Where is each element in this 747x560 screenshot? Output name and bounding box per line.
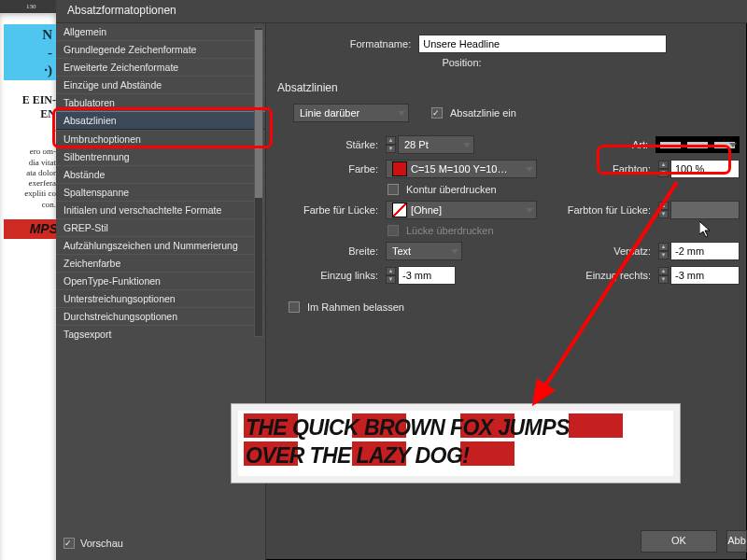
sidebar-item-umbruchoptionen[interactable]: Umbruchoptionen — [56, 130, 265, 147]
position-label: Position: — [442, 57, 481, 68]
document-frame: N - ·) E EIN- EN . ero om- dia vitat ata… — [0, 13, 56, 560]
formatname-input[interactable] — [418, 35, 667, 53]
cancel-button[interactable]: Abb — [726, 530, 747, 553]
offset-input[interactable]: ▲▼ — [658, 242, 740, 260]
gap-tint-input[interactable]: ▲▼ — [658, 201, 740, 219]
indent-right-label: Einzug rechts: — [585, 270, 651, 281]
sidebar-item-aufz-hlungszeichen-und-nummerierung[interactable]: Aufzählungszeichen und Nummerierung — [56, 236, 265, 254]
sidebar-item-absatzlinien[interactable]: Absatzlinien — [56, 111, 265, 130]
sidebar-item-durchstreichungsoptionen[interactable]: Durchstreichungsoptionen — [56, 307, 265, 325]
indent-left-label: Einzug links: — [277, 270, 378, 281]
sidebar-item-tabulatoren[interactable]: Tabulatoren — [56, 93, 265, 111]
width-label: Breite: — [277, 245, 378, 257]
section-title: Absatzlinien — [277, 81, 740, 94]
category-scrollbar[interactable] — [254, 27, 263, 337]
sidebar-item-grundlegende-zeichenformate[interactable]: Grundlegende Zeichenformate — [56, 40, 265, 58]
art-label: Art: — [632, 139, 648, 150]
tint-label: Farbton: — [613, 163, 651, 175]
stroke-type-dropdown[interactable] — [655, 136, 740, 153]
sidebar-item-opentype-funktionen[interactable]: OpenType-Funktionen — [56, 272, 265, 289]
dialog-title: Absatzformatoptionen — [56, 0, 747, 23]
line-on-label: Absatzlinie ein — [450, 107, 516, 119]
dash-icon — [655, 136, 740, 153]
overprint-stroke-checkbox[interactable] — [388, 184, 399, 195]
sidebar-item-silbentrennung[interactable]: Silbentrennung — [56, 147, 265, 165]
strength-input[interactable]: ▲▼ 28 Pt — [386, 135, 474, 154]
color-dropdown[interactable]: C=15 M=100 Y=10… — [386, 160, 537, 178]
preview-label: Vorschau — [80, 538, 123, 549]
keep-in-frame-checkbox[interactable] — [289, 301, 300, 313]
tint-input[interactable]: ▲▼ — [658, 160, 740, 178]
sidebar-item-einz-ge-und-abst-nde[interactable]: Einzüge und Abstände — [56, 76, 265, 93]
sidebar-item-unterstreichungsoptionen[interactable]: Unterstreichungsoptionen — [56, 289, 265, 307]
sidebar-item-spaltenspanne[interactable]: Spaltenspanne — [56, 183, 265, 201]
preview-checkbox[interactable] — [63, 538, 75, 549]
formatname-label: Formatname: — [350, 38, 411, 49]
strength-label: Stärke: — [277, 139, 378, 150]
sidebar-item-erweiterte-zeichenformate[interactable]: Erweiterte Zeichenformate — [56, 58, 265, 76]
ok-button[interactable]: OK — [641, 530, 717, 553]
indent-right-input[interactable]: ▲▼ — [658, 266, 740, 285]
gap-tint-label: Farbton für Lücke: — [568, 204, 651, 216]
sidebar-item-zeichenfarbe[interactable]: Zeichenfarbe — [56, 254, 265, 272]
doc-body-text: ero om- dia vitat ata dolor exerfera exp… — [4, 147, 56, 210]
gap-color-label: Farbe für Lücke: — [277, 204, 378, 216]
doc-highlight: MPS — [4, 219, 56, 240]
line-on-checkbox[interactable] — [431, 107, 443, 119]
cmyk-swatch-icon — [392, 161, 407, 176]
indent-left-input[interactable]: ▲▼ — [386, 266, 456, 285]
overprint-gap-label: Lücke überdrucken — [406, 225, 494, 236]
gap-color-dropdown[interactable]: [Ohne] — [386, 201, 537, 219]
color-label: Farbe: — [277, 163, 378, 175]
sidebar-item-grep-stil[interactable]: GREP-Stil — [56, 218, 265, 236]
preview-text: THE QUICK BROWN FOX JUMPS OVER THE LAZY … — [246, 413, 672, 469]
horizontal-ruler: 130 — [0, 0, 56, 14]
overprint-stroke-label: Kontur überdrucken — [406, 184, 497, 195]
sidebar-item-initialen-und-verschachtelte-formate[interactable]: Initialen und verschachtelte Formate — [56, 201, 265, 218]
overprint-gap-checkbox — [388, 225, 399, 236]
none-swatch-icon — [392, 203, 407, 217]
style-preview: THE QUICK BROWN FOX JUMPS OVER THE LAZY … — [231, 403, 681, 483]
width-dropdown[interactable]: Text — [386, 242, 462, 260]
offset-label: Versatz: — [613, 245, 651, 257]
doc-subhead: E EIN- EN . — [4, 93, 56, 135]
doc-headline: N - ·) — [4, 24, 56, 80]
line-position-dropdown[interactable]: Linie darüber — [293, 104, 409, 122]
sidebar-item-tagsexport[interactable]: Tagsexport — [56, 325, 265, 343]
document-background: 130 N - ·) E EIN- EN . ero om- dia vitat… — [0, 0, 56, 560]
keep-in-frame-label: Im Rahmen belassen — [307, 301, 404, 313]
sidebar-item-abst-nde[interactable]: Abstände — [56, 165, 265, 183]
sidebar-item-allgemein[interactable]: Allgemein — [56, 23, 265, 40]
